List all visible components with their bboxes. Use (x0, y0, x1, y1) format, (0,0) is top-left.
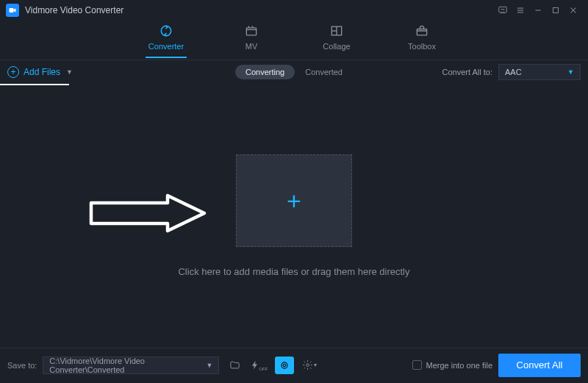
save-path-value: C:\Vidmore\Vidmore Video Converter\Conve… (49, 357, 206, 374)
add-files-label: Add Files (24, 67, 60, 77)
subbar: + Add Files ▼ Converting Converted Conve… (0, 60, 588, 84)
svg-point-12 (161, 26, 171, 35)
subtab-converting[interactable]: Converting (235, 65, 295, 79)
gpu-accel-button[interactable]: OFF (250, 357, 269, 374)
tab-mv[interactable]: MV (229, 24, 273, 57)
svg-point-18 (284, 364, 287, 367)
dropzone[interactable]: + (236, 154, 352, 247)
video-icon (8, 6, 17, 15)
format-value: AAC (505, 68, 522, 76)
svg-rect-9 (553, 8, 559, 13)
svg-point-4 (503, 9, 504, 10)
minimize-button[interactable] (529, 1, 547, 19)
svg-point-2 (501, 9, 502, 10)
tab-label: Collage (323, 42, 350, 51)
svg-rect-0 (10, 8, 14, 12)
subtabs: Converting Converted (235, 65, 353, 79)
plus-circle-icon: + (7, 66, 19, 78)
subtab-converted[interactable]: Converted (295, 65, 353, 79)
svg-point-3 (503, 9, 503, 10)
main-tabs: Converter MV Collage Toolbox (0, 21, 588, 60)
app-logo (6, 4, 19, 17)
settings-button[interactable]: ▾ (300, 357, 319, 374)
tab-toolbox[interactable]: Toolbox (400, 24, 444, 57)
menu-button[interactable] (512, 1, 529, 19)
open-folder-button[interactable] (225, 357, 244, 374)
close-button[interactable] (564, 1, 582, 19)
maximize-button[interactable] (547, 1, 564, 19)
converter-icon (159, 24, 173, 38)
merge-label: Merge into one file (426, 361, 493, 370)
svg-point-19 (282, 362, 287, 368)
toolbox-icon (415, 24, 429, 38)
footer: Save to: C:\Vidmore\Vidmore Video Conver… (0, 348, 588, 382)
main-canvas: + Click here to add media files or drag … (0, 84, 588, 348)
checkbox-icon (412, 360, 422, 370)
mv-icon (244, 24, 259, 38)
convert-all-to: Convert All to: AAC ▼ (442, 64, 581, 80)
tab-label: Converter (148, 42, 184, 51)
svg-point-20 (306, 364, 309, 367)
format-select[interactable]: AAC ▼ (498, 64, 581, 80)
annotation-arrow (87, 191, 212, 235)
tab-label: Toolbox (408, 42, 436, 51)
save-to-label: Save to: (7, 361, 37, 370)
dropzone-hint: Click here to add media files or drag th… (178, 266, 409, 277)
save-path-select[interactable]: C:\Vidmore\Vidmore Video Converter\Conve… (43, 357, 219, 374)
tab-collage[interactable]: Collage (315, 24, 359, 57)
svg-rect-17 (417, 29, 426, 35)
convert-all-button[interactable]: Convert All (498, 354, 581, 377)
chevron-down-icon: ▼ (66, 68, 73, 76)
chevron-down-icon: ▼ (206, 362, 212, 369)
merge-checkbox[interactable]: Merge into one file (412, 360, 493, 370)
titlebar: Vidmore Video Converter (0, 0, 588, 21)
app-title: Vidmore Video Converter (25, 5, 123, 15)
tab-converter[interactable]: Converter (144, 24, 188, 57)
high-speed-button[interactable] (275, 357, 294, 374)
convert-all-to-label: Convert All to: (442, 68, 492, 76)
plus-icon: + (287, 187, 301, 215)
feedback-button[interactable] (494, 1, 512, 19)
collage-icon (329, 24, 344, 38)
tab-label: MV (245, 42, 258, 51)
add-files-button[interactable]: + Add Files ▼ (7, 66, 73, 78)
svg-rect-13 (246, 28, 256, 35)
chevron-down-icon: ▼ (567, 68, 574, 76)
